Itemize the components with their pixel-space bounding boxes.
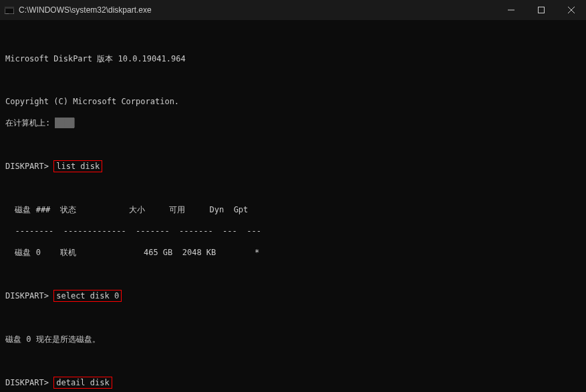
masked-hostname: ████ — [55, 118, 74, 128]
computer-line: 在计算机上: ████ — [5, 118, 581, 128]
prompt-select-disk: DISKPART> select disk 0 — [5, 290, 581, 302]
window-controls — [496, 0, 586, 20]
version-line: Microsoft DiskPart 版本 10.0.19041.964 — [5, 53, 581, 64]
prompt-list-disk: DISKPART> list disk — [5, 160, 581, 172]
list-disk-divider: -------- ------------- ------- ------- -… — [5, 226, 581, 236]
list-disk-row: 磁盘 0 联机 465 GB 2048 KB * — [5, 247, 581, 258]
svg-rect-4 — [538, 7, 544, 13]
titlebar: _ C:\WINDOWS\system32\diskpart.exe — [0, 0, 586, 20]
list-disk-header: 磁盘 ### 状态 大小 可用 Dyn Gpt — [5, 204, 581, 215]
terminal-output[interactable]: Microsoft DiskPart 版本 10.0.19041.964 Cop… — [0, 20, 586, 392]
highlight-select-disk: select disk 0 — [53, 290, 122, 302]
prompt-detail-disk: DISKPART> detail disk — [5, 377, 581, 389]
highlight-detail-disk: detail disk — [53, 377, 112, 389]
titlebar-left: _ C:\WINDOWS\system32\diskpart.exe — [4, 5, 152, 15]
maximize-button[interactable] — [526, 0, 556, 20]
select-msg: 磁盘 0 现在是所选磁盘。 — [5, 334, 581, 345]
app-icon: _ — [4, 5, 15, 15]
copyright-line: Copyright (C) Microsoft Corporation. — [5, 96, 581, 107]
close-button[interactable] — [556, 0, 586, 20]
highlight-list-disk: list disk — [53, 160, 102, 172]
minimize-button[interactable] — [496, 0, 526, 20]
window-title: C:\WINDOWS\system32\diskpart.exe — [19, 5, 152, 15]
